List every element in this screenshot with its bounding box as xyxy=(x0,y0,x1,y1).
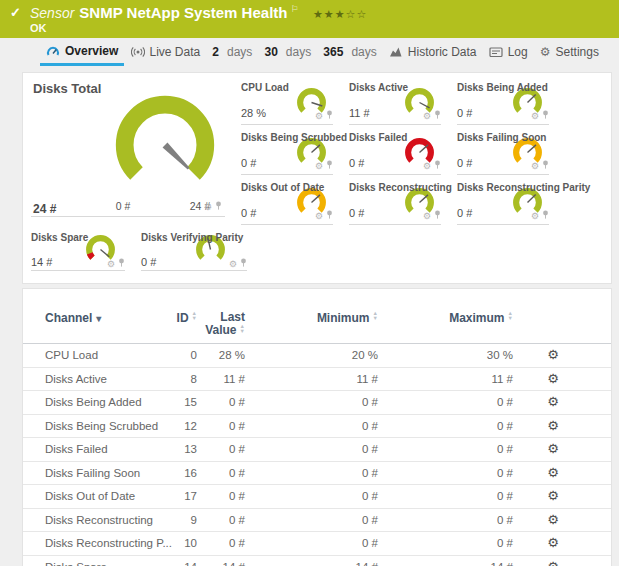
channel-settings-icon[interactable] xyxy=(547,443,559,455)
tab-settings[interactable]: Settings xyxy=(534,38,605,66)
gauge-tile: Disks Reconstructing 0 # xyxy=(341,175,449,225)
tab-label: Historic Data xyxy=(408,45,477,59)
table-row[interactable]: Disks Being Added 15 0 # 0 # 0 # xyxy=(23,391,611,415)
cell-last-value: 14 # xyxy=(197,556,245,566)
cell-last-value: 0 # xyxy=(197,391,245,414)
pin-icon[interactable] xyxy=(542,160,549,169)
gear-icon[interactable] xyxy=(423,155,431,173)
tab-30-days[interactable]: 30days xyxy=(259,38,318,66)
cell-id: 16 xyxy=(175,462,197,485)
column-header-last-value[interactable]: Last Value xyxy=(197,311,245,337)
cell-id: 15 xyxy=(175,391,197,414)
gauge-label: Disks Failed xyxy=(349,132,407,143)
cell-maximum: 0 # xyxy=(378,415,513,438)
cell-id: 8 xyxy=(175,368,197,391)
table-row[interactable]: CPU Load 0 28 % 20 % 30 % xyxy=(23,344,611,368)
column-header-minimum[interactable]: Minimum xyxy=(245,311,378,325)
pin-icon[interactable] xyxy=(542,110,549,119)
table-row[interactable]: Disks Being Scrubbed 12 0 # 0 # 0 # xyxy=(23,415,611,439)
cell-channel: Disks Being Scrubbed xyxy=(45,415,175,438)
gear-icon[interactable] xyxy=(315,155,323,173)
cell-maximum: 0 # xyxy=(378,462,513,485)
table-row[interactable]: Disks Failing Soon 16 0 # 0 # 0 # xyxy=(23,462,611,486)
gauge-value: 14 # xyxy=(31,256,52,268)
flag-icon[interactable] xyxy=(290,4,298,14)
cell-minimum: 0 # xyxy=(245,532,378,555)
channel-settings-icon[interactable] xyxy=(547,561,559,566)
gear-icon[interactable] xyxy=(315,205,323,223)
gear-icon[interactable] xyxy=(531,205,539,223)
cell-minimum: 20 % xyxy=(245,344,378,367)
tab-live-data[interactable]: Live Data xyxy=(125,38,207,66)
gauge-value: 0 # xyxy=(349,157,364,169)
gear-icon[interactable] xyxy=(204,196,212,214)
pin-icon[interactable] xyxy=(542,210,549,219)
pin-icon[interactable] xyxy=(215,201,222,210)
tab-365-days[interactable]: 365days xyxy=(317,38,382,66)
channel-settings-icon[interactable] xyxy=(547,467,559,479)
cell-last-value: 11 # xyxy=(197,368,245,391)
gauge-value: 24 # xyxy=(33,202,56,216)
gauge-label: Disks Failing Soon xyxy=(457,132,546,143)
gauge-label: Disks Being Added xyxy=(457,82,548,93)
gauge-value: 0 # xyxy=(241,207,256,219)
priority-stars[interactable]: ★★★☆☆ xyxy=(313,8,367,20)
pin-icon[interactable] xyxy=(326,210,333,219)
tab-overview[interactable]: Overview xyxy=(40,38,124,66)
tab-log[interactable]: Log xyxy=(483,38,534,66)
gear-icon[interactable] xyxy=(229,253,237,271)
tab-2-days[interactable]: 2days xyxy=(206,38,258,66)
cell-minimum: 0 # xyxy=(245,462,378,485)
cell-id: 13 xyxy=(175,438,197,461)
gauge-tile: Disks Out of Date 0 # xyxy=(233,175,341,225)
gear-icon[interactable] xyxy=(531,105,539,123)
channel-settings-icon[interactable] xyxy=(547,514,559,526)
cell-channel: Disks Reconstructing P... xyxy=(45,532,175,555)
column-header-id[interactable]: ID xyxy=(175,311,197,325)
channel-settings-icon[interactable] xyxy=(547,349,559,361)
table-row[interactable]: Disks Spare 14 14 # 14 # 14 # xyxy=(23,556,611,566)
cell-minimum: 0 # xyxy=(245,438,378,461)
gear-icon[interactable] xyxy=(423,105,431,123)
cell-channel: Disks Being Added xyxy=(45,391,175,414)
pin-icon[interactable] xyxy=(434,210,441,219)
channel-settings-icon[interactable] xyxy=(547,373,559,385)
cell-minimum: 0 # xyxy=(245,415,378,438)
cell-id: 10 xyxy=(175,532,197,555)
gear-icon[interactable] xyxy=(531,155,539,173)
channel-settings-icon[interactable] xyxy=(547,396,559,408)
pin-icon[interactable] xyxy=(434,160,441,169)
table-row[interactable]: Disks Active 8 11 # 11 # 11 # xyxy=(23,368,611,392)
pin-icon[interactable] xyxy=(240,258,247,267)
gear-icon[interactable] xyxy=(107,253,115,271)
table-row[interactable]: Disks Out of Date 17 0 # 0 # 0 # xyxy=(23,485,611,509)
historic-chart-icon xyxy=(389,46,403,58)
column-header-maximum[interactable]: Maximum xyxy=(378,311,513,325)
check-icon xyxy=(10,5,21,20)
table-row[interactable]: Disks Reconstructing 9 0 # 0 # 0 # xyxy=(23,509,611,533)
table-row[interactable]: Disks Reconstructing P... 10 0 # 0 # 0 # xyxy=(23,532,611,556)
cell-id: 14 xyxy=(175,556,197,566)
column-header-channel[interactable]: Channel xyxy=(45,311,175,325)
gauge-tile: Disks Verifying Parity 0 # xyxy=(133,225,255,271)
cell-maximum: 0 # xyxy=(378,438,513,461)
sort-icon xyxy=(508,311,513,321)
channel-settings-icon[interactable] xyxy=(547,537,559,549)
pin-icon[interactable] xyxy=(326,110,333,119)
gear-icon[interactable] xyxy=(315,105,323,123)
channel-settings-icon[interactable] xyxy=(547,420,559,432)
channel-settings-icon[interactable] xyxy=(547,490,559,502)
cell-maximum: 0 # xyxy=(378,509,513,532)
gauge-label: Disks Spare xyxy=(31,232,88,243)
cell-minimum: 0 # xyxy=(245,485,378,508)
pin-icon[interactable] xyxy=(326,160,333,169)
cell-minimum: 0 # xyxy=(245,391,378,414)
channel-table-panel: Channel ID Last Value Minimum Maximum CP… xyxy=(22,288,612,566)
pin-icon[interactable] xyxy=(118,258,125,267)
pin-icon[interactable] xyxy=(434,110,441,119)
stars-empty: ☆☆ xyxy=(346,8,368,20)
tab-historic-data[interactable]: Historic Data xyxy=(383,38,483,66)
gear-icon[interactable] xyxy=(423,205,431,223)
table-row[interactable]: Disks Failed 13 0 # 0 # 0 # xyxy=(23,438,611,462)
cell-maximum: 0 # xyxy=(378,485,513,508)
